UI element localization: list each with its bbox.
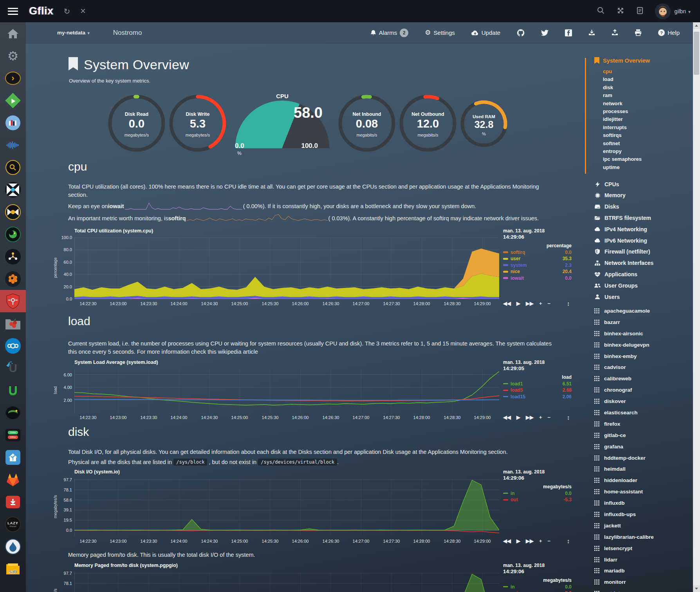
chart-zoom-in-button[interactable]: + [539,538,542,544]
menu-app-influxdb-ups[interactable]: influxdb-ups [594,509,693,520]
server-dropdown[interactable]: my-netdata ▼ [57,30,90,36]
menu-app-binhex-delugevpn[interactable]: binhex-delugevpn [594,339,693,351]
red-shield-app-icon[interactable] [0,290,26,312]
chart-play-button[interactable]: ▶ [516,300,520,306]
menu-section-ipv4-networking[interactable]: IPv4 Networking [594,223,693,235]
chart-zoom-out-button[interactable]: − [548,414,551,420]
chart-zoom-out-button[interactable]: − [548,538,551,544]
menu-item-load[interactable]: load [603,76,693,83]
menu-section-cpus[interactable]: CPUs [594,178,693,190]
menu-item-network[interactable]: network [603,100,693,108]
chart-rewind-button[interactable]: ◀◀ [503,414,511,420]
green-logo-app-icon[interactable] [0,223,26,245]
legend-row-out[interactable]: out-5.3 [503,497,572,502]
menu-app-hddtemp-docker[interactable]: hddtemp-docker [594,452,693,464]
chart-fastforward-button[interactable]: ▶▶ [526,538,534,544]
x-orange-app-icon[interactable] [0,201,26,223]
menu-app-home-assistant[interactable]: home-assistant [594,486,693,497]
menu-item-interrupts[interactable]: interrupts [603,124,693,131]
alarms-button[interactable]: Alarms 2 [370,29,409,37]
fullscreen-icon[interactable] [617,7,624,16]
menu-section-user-groups[interactable]: User Groups [594,280,693,291]
chart-play-button[interactable]: ▶ [516,414,520,420]
library-icon[interactable] [0,112,26,134]
menu-section-applications[interactable]: Applications [594,269,693,280]
username-menu[interactable]: gilbn ▼ [675,8,691,14]
used-ram-gauge[interactable]: Used RAM 32.8 % [460,100,508,148]
chart-plot-area[interactable] [74,238,499,299]
chart-zoom-in-button[interactable]: + [539,414,542,420]
scrollbar[interactable] [693,22,700,592]
gitlab-icon[interactable] [0,468,26,491]
menu-item-softirqs[interactable]: softirqs [603,131,693,139]
menu-app-letsencrypt[interactable]: letsencrypt [594,543,693,554]
menu-app-grafana[interactable]: grafana [594,441,693,452]
green-circle-app-icon[interactable] [0,401,26,424]
legend-row-user[interactable]: user35.3 [503,256,572,261]
chart-rewind-button[interactable]: ◀◀ [503,538,511,544]
home-icon[interactable] [0,22,26,45]
settings-button[interactable]: ⚙ Settings [425,29,455,37]
hamburger-menu-icon[interactable] [8,8,18,15]
legend-row-nice[interactable]: nice20.4 [503,269,572,274]
legend-row-system[interactable]: system2.3 [503,263,572,268]
menu-item-disk[interactable]: disk [603,84,693,92]
menu-item-ram[interactable]: ram [603,92,693,99]
net-outbound-gauge[interactable]: Net Outbound 12.0 megabits/s [399,94,457,152]
hostname-label[interactable]: Nostromo [113,29,142,37]
menu-section-memory[interactable]: Memory [594,190,693,201]
menu-item-processes[interactable]: processes [603,108,693,115]
legend-row-in[interactable]: in0.0 [503,491,572,496]
legend-row-out[interactable]: out-5.2 [503,590,572,592]
home-assistant-icon[interactable] [0,446,26,468]
scroll-up-arrow[interactable] [693,22,700,29]
u-splash-app-icon[interactable]: U [0,357,26,379]
chart-plot-area[interactable] [74,369,499,413]
menu-app-firefox[interactable]: firefox [594,418,693,430]
legend-row-iowait[interactable]: iowait0.0 [503,275,572,281]
twitter-icon[interactable] [541,30,548,36]
menu-item-cpu[interactable]: cpu [603,68,693,76]
deluge-icon[interactable] [0,535,26,558]
green-u-app-icon[interactable]: U [0,379,26,401]
menu-app-lazylibrarian-calibre[interactable]: lazylibrarian-calibre [594,531,693,543]
menu-section-firewall-netfilter-[interactable]: Firewall (netfilter) [594,246,693,257]
menu-section-btrfs-filesystem[interactable]: BTRFS filesystem [594,212,693,224]
menu-item-uptime[interactable]: uptime [603,164,693,171]
menu-item-softnet[interactable]: softnet [603,140,693,148]
menu-app-chronograf[interactable]: chronograf [594,384,693,396]
menu-app-binhex-emby[interactable]: binhex-emby [594,351,693,362]
menu-app-diskover[interactable]: diskover [594,396,693,407]
scrollbar-thumb[interactable] [694,32,699,75]
sabnzbd-icon[interactable]: sab [0,558,26,580]
monitorr-icon[interactable]: OnlineOffline [0,424,26,446]
export-icon[interactable] [612,29,618,36]
menu-section-disks[interactable]: Disks [594,201,693,212]
disk-read-gauge[interactable]: Disk Read 0.0 megabytes/s [108,94,166,152]
network-nodes-app-icon[interactable] [0,245,26,268]
chart-rewind-button[interactable]: ◀◀ [503,300,511,306]
menu-app-gitlab-ce[interactable]: gitlab-ce [594,430,693,441]
menu-app-bazarr[interactable]: bazarr [594,317,693,328]
grafana-icon[interactable] [0,268,26,290]
chart-fastforward-button[interactable]: ▶▶ [526,414,534,420]
x-cyan-app-icon[interactable] [0,178,26,201]
github-icon[interactable] [517,29,525,37]
search-icon[interactable] [597,7,604,16]
facebook-icon[interactable] [565,29,572,36]
legend-row-softirq[interactable]: softirq0.0 [503,250,572,255]
legend-row-load15[interactable]: load152.06 [503,394,572,399]
legend-row-in[interactable]: in0.0 [503,584,572,590]
menu-section-network-interfaces[interactable]: Network Interfaces [594,257,693,269]
changelog-icon[interactable] [637,7,643,16]
menu-item-idlejitter[interactable]: idlejitter [603,115,693,123]
plex-icon[interactable]: › [0,67,26,89]
legend-row-load1[interactable]: load16.51 [503,381,572,387]
menu-app-lidarr[interactable]: lidarr [594,554,693,565]
print-icon[interactable] [635,29,642,36]
disk-write-gauge[interactable]: Disk Write 5.3 megabytes/s [169,94,227,152]
menu-header-system-overview[interactable]: System Overview [594,57,693,64]
menu-app-cadvisor[interactable]: cadvisor [594,362,693,373]
chart-resize-handle[interactable]: ↕ [567,414,570,421]
menu-section-ipv6-networking[interactable]: IPv6 Networking [594,235,693,246]
